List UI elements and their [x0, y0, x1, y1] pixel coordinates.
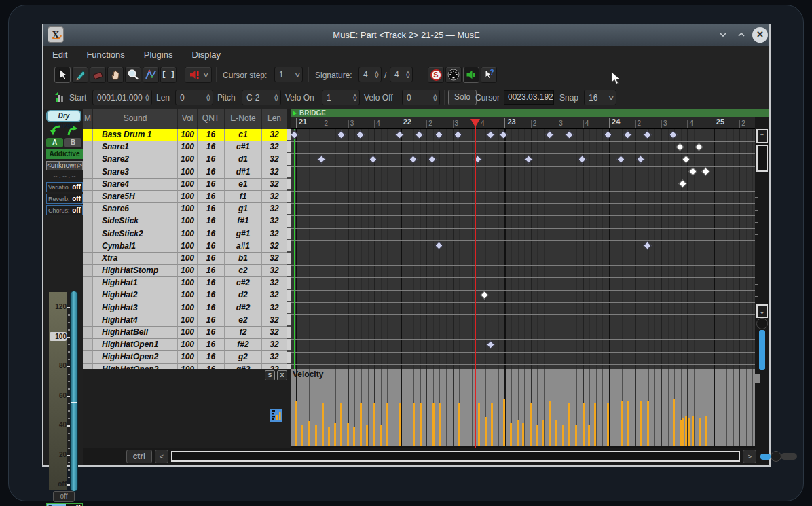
note-diamond[interactable] [643, 130, 652, 139]
drum-row-snare1[interactable]: Snare110016c#132 [83, 141, 287, 153]
velocity-bar[interactable] [380, 425, 382, 446]
velocity-panel[interactable]: Velocity [291, 369, 755, 448]
drum-row-snare3[interactable]: Snare310016d#132 [83, 166, 287, 179]
velocity-s-button[interactable]: S [265, 370, 275, 380]
note-diamond[interactable] [616, 155, 625, 164]
note-diamond[interactable] [565, 130, 574, 139]
velocity-bar[interactable] [458, 403, 460, 446]
solo-button[interactable]: Solo [448, 90, 477, 105]
menu-item-edit[interactable]: Edit [52, 50, 67, 60]
ctrl-select-icon[interactable] [270, 409, 282, 422]
column-header-vol[interactable]: Vol [178, 109, 198, 129]
velo-off-spinbox[interactable]: 0∧∨ [402, 90, 440, 105]
velocity-bar[interactable] [692, 416, 694, 446]
note-diamond[interactable] [356, 130, 365, 139]
start-spinbox[interactable]: 0001.01.000∧∨ [92, 90, 152, 105]
note-diamond[interactable] [480, 291, 489, 300]
drum-row-xtra[interactable]: Xtra10016b132 [83, 253, 287, 265]
note-diamond[interactable] [317, 155, 326, 164]
vzoom-knob[interactable] [756, 318, 768, 329]
velocity-bar[interactable] [295, 401, 297, 446]
note-diamond[interactable] [682, 155, 690, 164]
snap-combo[interactable]: 16∨ [584, 90, 616, 105]
spin-arrows-icon[interactable]: ∧∨ [353, 94, 357, 101]
draw-tool-button[interactable] [143, 67, 159, 83]
velocity-bar[interactable] [491, 403, 493, 446]
velocity-bar[interactable] [353, 427, 355, 446]
velocity-bar[interactable] [510, 423, 512, 446]
menu-item-display[interactable]: Display [191, 50, 221, 60]
step-record-button[interactable]: S [428, 67, 444, 83]
pointer-tool-button[interactable] [54, 67, 71, 83]
timeline-ruler[interactable]: 212342223423234242342523 [291, 117, 755, 129]
note-diamond[interactable] [695, 143, 703, 151]
note-diamond[interactable] [395, 130, 404, 139]
velocity-bar[interactable] [583, 403, 585, 446]
velocity-bar[interactable] [432, 403, 435, 446]
note-diamond[interactable] [486, 340, 495, 349]
pan-tool-button[interactable] [107, 67, 124, 83]
patch-button[interactable]: Dry Drive2 [46, 110, 81, 122]
note-diamond[interactable] [369, 155, 377, 164]
velocity-bar[interactable] [386, 403, 388, 446]
scroll-left-button[interactable]: < [155, 450, 168, 463]
drum-row-sidestick2[interactable]: SideStick210016g#132 [83, 228, 287, 240]
note-diamond[interactable] [337, 130, 346, 139]
vscrollbar-thumb[interactable] [756, 145, 768, 172]
velocity-bar[interactable] [530, 403, 532, 446]
note-diamond[interactable] [669, 130, 678, 139]
note-diamond[interactable] [701, 167, 710, 176]
velocity-bar[interactable] [485, 417, 487, 446]
note-diamond[interactable] [435, 130, 443, 139]
signature-numerator-spin[interactable]: 4∧∨ [358, 67, 382, 82]
note-diamond[interactable] [676, 143, 684, 151]
spin-arrows-icon[interactable]: ∧∨ [406, 71, 410, 78]
column-header-m[interactable]: M [83, 109, 93, 129]
vzoom-slider[interactable] [759, 330, 765, 370]
hzoom-chip[interactable] [760, 454, 771, 460]
synth-name[interactable]: Addictive Dr [46, 149, 83, 159]
close-icon[interactable]: ✕ [752, 27, 768, 43]
drum-row-highhat2[interactable]: HighHat210016d232 [83, 289, 287, 302]
note-diamond[interactable] [499, 130, 508, 139]
velocity-bar[interactable] [575, 425, 577, 446]
velocity-bar[interactable] [503, 399, 505, 446]
velocity-bar[interactable] [607, 403, 609, 446]
note-diamond[interactable] [486, 130, 495, 139]
note-diamond[interactable] [435, 242, 443, 251]
ab-a-button[interactable]: A [46, 138, 63, 147]
drum-row-highhatopen2[interactable]: HighHatOpen210016g232 [83, 351, 287, 363]
menu-item-plugins[interactable]: Plugins [144, 50, 173, 60]
note-diamond[interactable] [428, 155, 437, 164]
note-grid[interactable] [291, 129, 755, 369]
velocity-bar[interactable] [688, 418, 690, 446]
maximize-icon[interactable] [736, 29, 748, 41]
signature-denominator-spin[interactable]: 4∧∨ [390, 67, 413, 82]
whats-this-button[interactable]: ? [481, 67, 497, 83]
velocity-bar[interactable] [682, 418, 684, 446]
range-tool-button[interactable]: [ ] [160, 67, 177, 83]
velocity-bar[interactable] [340, 403, 342, 446]
ab-b-button[interactable]: B [64, 138, 81, 147]
velocity-bar[interactable] [621, 401, 623, 446]
velocity-bar[interactable] [640, 401, 642, 446]
volume-off-button[interactable]: off [53, 491, 75, 502]
velocity-bar[interactable] [413, 403, 415, 446]
column-header-qnt[interactable]: QNT [198, 109, 225, 129]
column-header-e-note[interactable]: E-Note [225, 109, 262, 129]
pitch-spinbox[interactable]: C-2∧∨ [242, 90, 281, 105]
velocity-bar[interactable] [328, 427, 330, 446]
note-diamond[interactable] [524, 155, 533, 164]
drum-row-highhatopen3[interactable]: HighHatOpen310016g#232 [83, 364, 287, 369]
variation-control[interactable]: Variatiooff [46, 182, 83, 192]
velocity-bar[interactable] [647, 401, 649, 446]
velocity-bar[interactable] [478, 403, 480, 446]
velocity-bar[interactable] [594, 403, 596, 446]
note-diamond[interactable] [578, 155, 587, 164]
note-diamond[interactable] [636, 155, 645, 164]
column-header-sound[interactable]: Sound [93, 109, 178, 129]
velocity-bar[interactable] [673, 399, 675, 446]
scroll-down-button[interactable]: ⌄ [756, 304, 768, 318]
velocity-bar[interactable] [588, 425, 590, 446]
drum-row-snare5h[interactable]: Snare5H10016f132 [83, 191, 287, 203]
